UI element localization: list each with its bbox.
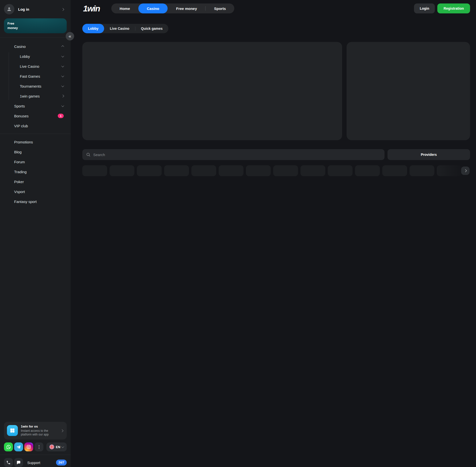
category-chip-skeleton	[300, 165, 325, 176]
chevron-up-icon	[62, 45, 64, 47]
tab-lobby[interactable]: Lobby	[82, 24, 104, 33]
sidebar-item-poker[interactable]: Poker	[0, 177, 71, 187]
sidebar-nav: Casino Lobby Live Casino Fast Games Tour…	[0, 41, 71, 206]
sidebar-item-label: Poker	[14, 180, 24, 184]
tab-quick-games[interactable]: Quick games	[135, 24, 168, 33]
instagram-icon[interactable]	[24, 442, 33, 451]
sidebar-item-sports[interactable]: Sports	[0, 101, 71, 111]
sidebar-item-label: Trading	[14, 170, 27, 174]
sidebar-item-label: Lobby	[20, 54, 30, 59]
free-money-label: Free money	[7, 21, 23, 30]
category-chip-skeleton	[110, 165, 134, 176]
sidebar-item-casino[interactable]: Casino	[0, 41, 71, 51]
top-nav-casino[interactable]: Casino	[138, 3, 168, 13]
sidebar-item-label: Fantasy sport	[14, 200, 37, 204]
category-chip-skeleton	[164, 165, 189, 176]
sidebar-item-label: Promotions	[14, 140, 33, 144]
phone-call-icon[interactable]	[4, 458, 13, 467]
tab-live-casino[interactable]: Live Casino	[104, 24, 135, 33]
whatsapp-icon[interactable]	[4, 442, 13, 451]
support-24-7-badge: 24/7	[56, 460, 67, 466]
sidebar: Log in Free money Casino Lobby Live Casi…	[0, 0, 71, 467]
search-input[interactable]	[93, 153, 381, 157]
category-chip-skeleton	[219, 165, 243, 176]
sidebar-item-label: Vsport	[14, 190, 25, 194]
scroll-categories-next-button[interactable]	[461, 167, 470, 175]
chevron-down-icon	[62, 105, 64, 107]
main-content: Lobby Live Casino Quick games Providers	[71, 17, 476, 176]
chevron-down-icon	[62, 65, 64, 67]
search-box[interactable]	[82, 149, 385, 160]
sidebar-item-label: 1win games	[20, 94, 40, 98]
chevron-down-icon	[62, 85, 64, 87]
search-row: Providers	[82, 149, 470, 160]
top-nav-sports[interactable]: Sports	[206, 3, 234, 13]
language-code: EN	[56, 445, 60, 449]
sidebar-item-label: Sports	[14, 104, 25, 108]
sidebar-item-lobby[interactable]: Lobby	[0, 51, 71, 61]
sidebar-item-blog[interactable]: Blog	[0, 147, 71, 157]
sidebar-item-vsport[interactable]: Vsport	[0, 187, 71, 197]
app-download-card[interactable]: 1win for os Instant access to the platfo…	[4, 422, 67, 439]
sidebar-item-vip-club[interactable]: VIP club	[0, 121, 71, 131]
sidebar-item-label: Blog	[14, 150, 22, 154]
chevron-right-icon	[62, 7, 64, 11]
sidebar-nav-divider	[0, 134, 71, 134]
category-chip-skeleton	[191, 165, 216, 176]
sidebar-item-tournaments[interactable]: Tournaments	[0, 81, 71, 91]
category-chip-skeleton	[355, 165, 380, 176]
login-button[interactable]: Login	[414, 3, 435, 13]
category-chip-skeleton	[328, 165, 353, 176]
sidebar-item-forum[interactable]: Forum	[0, 157, 71, 167]
social-links-row: EN	[4, 442, 67, 451]
sidebar-item-live-casino[interactable]: Live Casino	[0, 61, 71, 71]
sidebar-item-label: VIP club	[14, 124, 28, 128]
casino-section-tabs: Lobby Live Casino Quick games	[82, 24, 168, 33]
sidebar-item-label: Fast Games	[20, 74, 40, 78]
more-socials-icon[interactable]	[34, 442, 43, 451]
chevron-down-icon	[62, 55, 64, 57]
sidebar-item-label: Bonuses	[14, 114, 29, 118]
sidebar-item-fast-games[interactable]: Fast Games	[0, 71, 71, 81]
chevron-down-icon	[62, 75, 64, 77]
chevron-right-icon	[464, 169, 467, 172]
1win-logo: 1win	[83, 4, 100, 13]
bonuses-count-badge: 1	[58, 114, 64, 118]
language-selector[interactable]: EN	[46, 442, 67, 451]
registration-button[interactable]: Registration	[437, 3, 470, 13]
telegram-icon[interactable]	[14, 442, 23, 451]
top-navigation: Home Casino Free money Sports	[111, 3, 234, 13]
free-money-button[interactable]: Free money	[4, 18, 67, 33]
topbar: 1win Home Casino Free money Sports Login…	[71, 0, 476, 17]
sidebar-item-fantasy-sport[interactable]: Fantasy sport	[0, 197, 71, 206]
sidebar-item-trading[interactable]: Trading	[0, 167, 71, 177]
providers-button[interactable]: Providers	[387, 149, 470, 160]
chevron-right-icon	[61, 428, 63, 433]
chevron-down-icon	[61, 445, 64, 448]
category-chip-skeleton	[246, 165, 271, 176]
category-chip-skeleton	[82, 165, 107, 176]
sidebar-login-row[interactable]: Log in	[0, 0, 71, 17]
casino-subnav: Lobby Live Casino Fast Games Tournaments…	[0, 51, 71, 101]
avatar	[4, 4, 14, 14]
side-banner-skeleton	[347, 42, 470, 140]
support-row: Support 24/7	[0, 455, 71, 467]
sidebar-item-label: Live Casino	[20, 64, 39, 68]
category-chip-skeleton	[382, 165, 407, 176]
chat-icon[interactable]	[14, 458, 23, 467]
app-card-subtitle: Instant access to the platform with our …	[21, 429, 53, 437]
sidebar-item-1win-games[interactable]: 1win games	[0, 91, 71, 101]
main-banner-skeleton	[82, 42, 342, 140]
sidebar-item-bonuses[interactable]: Bonuses 1	[0, 111, 71, 121]
collapse-sidebar-button[interactable]: «	[66, 32, 74, 40]
top-nav-free-money[interactable]: Free money	[168, 3, 205, 13]
windows-app-icon	[7, 425, 18, 436]
sidebar-item-label: Tournaments	[20, 84, 41, 88]
game-categories-row	[82, 165, 470, 176]
sidebar-item-promotions[interactable]: Promotions	[0, 137, 71, 147]
category-chip-skeleton	[410, 165, 434, 176]
sidebar-item-label: Forum	[14, 160, 25, 164]
support-label: Support	[27, 461, 40, 465]
chevron-right-icon	[62, 95, 64, 97]
top-nav-home[interactable]: Home	[111, 3, 139, 13]
